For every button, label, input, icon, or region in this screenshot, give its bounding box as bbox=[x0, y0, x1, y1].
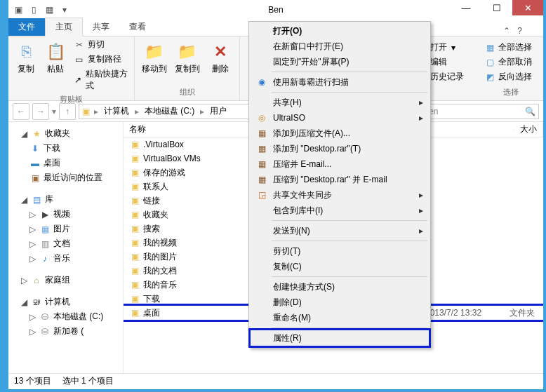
breadcrumb-pc[interactable]: 计算机 bbox=[102, 105, 131, 117]
minimize-button[interactable]: — bbox=[451, 0, 481, 15]
selectall-button[interactable]: ▦全部选择 bbox=[483, 41, 533, 54]
music-icon: ♪ bbox=[39, 253, 51, 264]
path-icon: ▭ bbox=[74, 54, 85, 65]
paste-button[interactable]: 📋 粘贴 bbox=[42, 38, 69, 76]
nav-computer[interactable]: ◢🖳计算机 bbox=[8, 295, 123, 309]
ctx-copy[interactable]: 复制(C) bbox=[251, 259, 429, 274]
nav-libraries[interactable]: ◢▤库 bbox=[8, 192, 123, 207]
video-icon: ▶ bbox=[39, 209, 51, 220]
folder-icon: ▣ bbox=[129, 209, 140, 220]
qat-dropdown-icon[interactable]: ▾ bbox=[58, 3, 72, 17]
selectall-icon: ▦ bbox=[484, 42, 495, 53]
drive-icon: ⛁ bbox=[39, 311, 51, 323]
close-button[interactable]: ✕ bbox=[512, 0, 543, 15]
ctx-ultraiso[interactable]: ◎UltraISO▸ bbox=[251, 110, 429, 126]
breadcrumb-c[interactable]: 本地磁盘 (C:) bbox=[143, 105, 196, 117]
nav-music[interactable]: ▷♪音乐 bbox=[8, 251, 123, 266]
copy-button[interactable]: ⎘ 复制 bbox=[13, 38, 39, 76]
ribbon-collapse-icon[interactable]: ⌃ ? bbox=[503, 26, 543, 36]
ctx-delete[interactable]: 删除(D) bbox=[251, 295, 429, 310]
delete-button[interactable]: ✕ 删除 bbox=[205, 38, 235, 76]
column-size[interactable]: 大小 bbox=[514, 122, 543, 137]
tab-home[interactable]: 主页 bbox=[45, 18, 83, 36]
titlebar: ▣ ▯ ▦ ▾ Ben — ☐ ✕ bbox=[8, 0, 543, 20]
ctx-compress-desktop-email[interactable]: ▦压缩到 "Desktop.rar" 并 E-mail bbox=[251, 172, 429, 187]
file-name: VirtualBox VMs bbox=[143, 154, 201, 163]
nav-favorites[interactable]: ◢★收藏夹 bbox=[8, 126, 123, 141]
context-menu: 打开(O) 在新窗口中打开(E) 固定到"开始"屏幕(P) ◉使用新毒霸进行扫描… bbox=[248, 21, 431, 348]
ctx-compress-email[interactable]: ▦压缩并 E-mail... bbox=[251, 156, 429, 172]
nav-desktop[interactable]: ▬桌面 bbox=[8, 156, 123, 170]
nav-downloads[interactable]: ⬇下载 bbox=[8, 141, 123, 156]
copypath-button[interactable]: ▭复制路径 bbox=[72, 53, 130, 66]
picture-icon: ▦ bbox=[39, 224, 51, 235]
tab-file[interactable]: 文件 bbox=[8, 18, 45, 36]
file-name: 我的音乐 bbox=[143, 279, 177, 291]
folder-icon: ▣ bbox=[129, 265, 140, 276]
ctx-share[interactable]: 共享(H)▸ bbox=[251, 95, 429, 110]
copyto-icon: 📁 bbox=[176, 41, 199, 63]
navigation-pane[interactable]: ◢★收藏夹 ⬇下载 ▬桌面 ▣最近访问的位置 ◢▤库 ▷▶视频 ▷▦图片 ▷▥文… bbox=[8, 122, 124, 373]
scissors-icon: ✂ bbox=[74, 39, 85, 50]
moveto-button[interactable]: 📁 移动到 bbox=[139, 38, 169, 76]
ctx-create-shortcut[interactable]: 创建快捷方式(S) bbox=[251, 279, 429, 295]
copyto-button[interactable]: 📁 复制到 bbox=[172, 38, 202, 76]
breadcrumb-users[interactable]: 用户 bbox=[208, 105, 228, 117]
ctx-add-desktop-rar[interactable]: ▦添加到 "Desktop.rar"(T) bbox=[251, 141, 429, 156]
nav-drive-c[interactable]: ▷⛁本地磁盘 (C:) bbox=[8, 309, 123, 324]
maximize-button[interactable]: ☐ bbox=[481, 0, 512, 15]
star-icon: ★ bbox=[31, 128, 42, 140]
nav-documents[interactable]: ▷▥文档 bbox=[8, 236, 123, 251]
search-icon: 🔍 bbox=[525, 107, 535, 116]
ctx-pin-start[interactable]: 固定到"开始"屏幕(P) bbox=[251, 54, 429, 69]
nav-homegroup[interactable]: ▷⌂家庭组 bbox=[8, 273, 123, 288]
ctx-rename[interactable]: 重命名(M) bbox=[251, 310, 429, 325]
nav-pictures[interactable]: ▷▦图片 bbox=[8, 222, 123, 236]
search-box[interactable]: en 🔍 bbox=[425, 104, 539, 119]
file-name: 我的视频 bbox=[143, 237, 177, 249]
ctx-scan[interactable]: ◉使用新毒霸进行扫描 bbox=[251, 74, 429, 90]
ctx-include-library[interactable]: 包含到库中(I)▸ bbox=[251, 203, 429, 218]
computer-icon: 🖳 bbox=[31, 297, 42, 308]
recent-locations-button[interactable]: ▾ bbox=[52, 107, 56, 116]
ctx-properties[interactable]: 属性(R) bbox=[251, 330, 429, 346]
folder-icon: ▣ bbox=[129, 181, 140, 192]
window-title: Ben bbox=[268, 5, 283, 15]
invert-icon: ◩ bbox=[484, 72, 495, 83]
status-count: 13 个项目 bbox=[14, 375, 51, 387]
desktop-icon: ▬ bbox=[29, 158, 41, 169]
nav-recent[interactable]: ▣最近访问的位置 bbox=[8, 170, 123, 185]
nav-videos[interactable]: ▷▶视频 bbox=[8, 207, 123, 222]
document-icon: ▥ bbox=[39, 238, 51, 250]
tab-view[interactable]: 查看 bbox=[119, 18, 156, 36]
archive-icon: ▦ bbox=[253, 173, 270, 186]
folder-icon: ▣ bbox=[129, 293, 140, 304]
tab-share[interactable]: 共享 bbox=[83, 18, 119, 36]
cut-button[interactable]: ✂剪切 bbox=[72, 38, 130, 51]
archive-icon: ▦ bbox=[253, 158, 270, 170]
moveto-icon: 📁 bbox=[143, 41, 166, 63]
drive-icon: ⛁ bbox=[39, 326, 51, 337]
file-name: 收藏夹 bbox=[143, 209, 168, 221]
submenu-arrow-icon: ▸ bbox=[419, 190, 423, 200]
selectnone-button[interactable]: ▢全部取消 bbox=[483, 55, 533, 69]
ctx-sync-folder[interactable]: ◲共享文件夹同步▸ bbox=[251, 187, 429, 203]
ctx-open[interactable]: 打开(O) bbox=[251, 23, 429, 39]
pasteshortcut-button[interactable]: ↗粘贴快捷方式 bbox=[72, 67, 130, 93]
ctx-open-new-window[interactable]: 在新窗口中打开(E) bbox=[251, 39, 429, 54]
open-button[interactable]: 打开▾ bbox=[429, 41, 465, 54]
qat-props-icon[interactable]: ▦ bbox=[42, 3, 56, 17]
nav-drive-new[interactable]: ▷⛁新加卷 ( bbox=[8, 324, 123, 339]
file-date: 2013/7/2 13:32 bbox=[425, 308, 481, 318]
edit-button[interactable]: 编辑 bbox=[429, 55, 465, 69]
ctx-add-archive[interactable]: ▦添加到压缩文件(A)... bbox=[251, 126, 429, 141]
ctx-sendto[interactable]: 发送到(N)▸ bbox=[251, 223, 429, 238]
folder-icon: ▣ bbox=[129, 251, 140, 262]
ctx-cut[interactable]: 剪切(T) bbox=[251, 243, 429, 259]
status-bar: 13 个项目 选中 1 个项目 bbox=[8, 373, 543, 388]
group-label-select: 选择 bbox=[483, 86, 539, 99]
history-button[interactable]: 历史记录 bbox=[429, 70, 465, 83]
invertselect-button[interactable]: ◩反向选择 bbox=[483, 70, 533, 83]
folder-icon: ▣ bbox=[82, 107, 90, 116]
archive-icon: ▦ bbox=[253, 127, 270, 140]
